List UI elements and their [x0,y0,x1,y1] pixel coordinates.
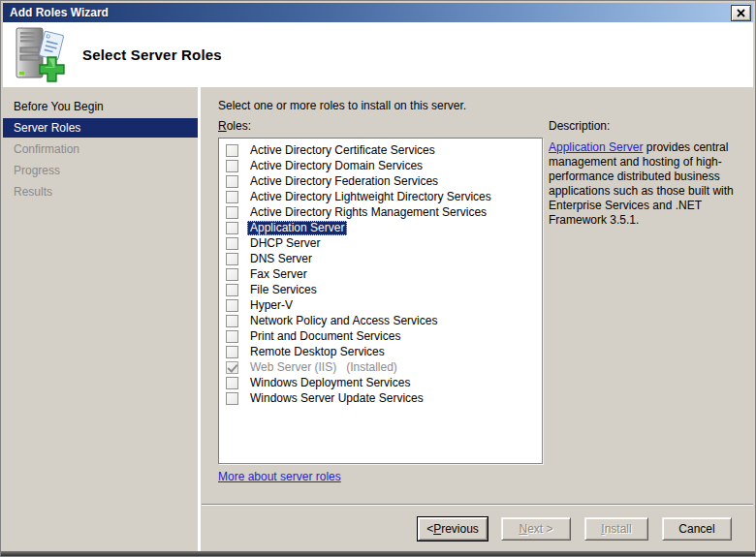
role-label: Active Directory Domain Services [247,159,425,173]
checkbox-active-directory-rights-management-services[interactable] [226,206,238,219]
role-row-remote-desktop-services[interactable]: Remote Desktop Services [219,344,542,359]
role-row-print-and-document-services[interactable]: Print and Document Services [219,328,542,344]
role-row-web-server-iis[interactable]: Web Server (IIS)(Installed) [219,359,542,375]
checkbox-application-server[interactable] [226,222,238,234]
add-roles-wizard-window: Add Roles Wizard [0,0,756,557]
role-label: Application Server [247,221,347,235]
role-row-active-directory-federation-services[interactable]: Active Directory Federation Services [219,173,542,189]
previous-button[interactable]: < Previous [418,517,488,541]
application-server-link[interactable]: Application Server [549,140,643,154]
button-label-prefix: < [426,522,433,536]
role-label: Active Directory Federation Services [247,174,441,189]
roles-label-accesskey: R [218,119,227,133]
role-row-active-directory-domain-services[interactable]: Active Directory Domain Services [219,158,542,173]
role-row-file-services[interactable]: File Services [219,282,542,297]
instruction-text: Select one or more roles to install on t… [218,99,466,112]
buttons-separator [202,504,753,506]
checkbox-active-directory-lightweight-directory-services[interactable] [226,191,238,203]
wizard-header: Select Server Roles [3,22,753,87]
role-label: Windows Server Update Services [247,391,426,406]
close-button[interactable] [731,5,751,21]
role-row-windows-server-update-services[interactable]: Windows Server Update Services [219,390,542,406]
button-accesskey: P [433,522,441,536]
role-label: File Services [247,283,320,297]
checkbox-active-directory-federation-services[interactable] [226,175,238,188]
checkbox-dhcp-server[interactable] [226,237,238,250]
description-body: Application Server provides central mana… [549,140,756,228]
role-label: Active Directory Certificate Services [247,143,438,158]
role-row-dns-server[interactable]: DNS Server [219,251,542,266]
button-label: Cancel [678,522,714,536]
description-panel: Description: Application Server provides… [549,119,756,228]
role-label: Web Server (IIS) [247,360,339,375]
role-label: Active Directory Lightweight Directory S… [247,190,494,204]
wizard-steps-sidebar: Before You BeginServer RolesConfirmation… [3,87,198,551]
role-row-active-directory-rights-management-services[interactable]: Active Directory Rights Management Servi… [219,204,542,220]
sidebar-item-results[interactable]: Results [3,182,198,201]
next-button[interactable]: Next > [501,517,571,541]
role-label: Network Policy and Access Services [247,314,440,328]
sidebar-item-confirmation[interactable]: Confirmation [3,139,198,159]
page-title: Select Server Roles [82,46,222,63]
role-row-network-policy-and-access-services[interactable]: Network Policy and Access Services [219,313,542,328]
role-label: Active Directory Rights Management Servi… [247,205,489,220]
button-label: revious [441,522,479,536]
checkbox-dns-server[interactable] [226,253,238,265]
checkbox-remote-desktop-services[interactable] [226,346,238,358]
role-row-active-directory-lightweight-directory-services[interactable]: Active Directory Lightweight Directory S… [219,189,542,204]
cancel-button[interactable]: Cancel [662,517,732,541]
role-row-fax-server[interactable]: Fax Server [219,266,542,282]
roles-listbox: Active Directory Certificate ServicesAct… [218,138,543,464]
role-row-hyper-v[interactable]: Hyper-V [219,297,542,313]
role-label: Remote Desktop Services [247,345,388,359]
button-row: < PreviousNext >InstallCancel [201,516,753,542]
wizard-body: Before You BeginServer RolesConfirmation… [3,87,753,551]
role-label: DNS Server [247,252,315,266]
checkbox-windows-server-update-services[interactable] [226,392,238,405]
main-panel: Select one or more roles to install on t… [201,87,753,551]
button-label: ext > [527,522,552,536]
description-heading: Description: [549,119,756,134]
role-label: Windows Deployment Services [247,376,413,390]
checkbox-print-and-document-services[interactable] [226,330,238,343]
role-installed-note: (Installed) [346,360,397,374]
sidebar-item-server-roles[interactable]: Server Roles [3,118,198,138]
title-bar[interactable]: Add Roles Wizard [3,3,753,22]
checkbox-active-directory-certificate-services[interactable] [226,144,238,157]
role-label: DHCP Server [247,236,323,251]
role-row-active-directory-certificate-services[interactable]: Active Directory Certificate Services [219,142,542,158]
checkbox-hyper-v[interactable] [226,299,238,312]
sidebar-item-before-you-begin[interactable]: Before You Begin [3,97,198,116]
role-row-application-server[interactable]: Application Server [219,220,542,235]
add-server-role-icon [12,26,68,84]
sidebar-item-progress[interactable]: Progress [3,161,198,180]
role-label: Fax Server [247,267,310,282]
roles-label-rest: oles: [227,119,251,133]
more-about-server-roles-link[interactable]: More about server roles [218,470,341,483]
role-label: Print and Document Services [247,329,403,344]
checkbox-active-directory-domain-services[interactable] [226,160,238,172]
checkbox-network-policy-and-access-services[interactable] [226,315,238,327]
role-row-windows-deployment-services[interactable]: Windows Deployment Services [219,375,542,390]
checkbox-file-services[interactable] [226,284,238,296]
window-title: Add Roles Wizard [10,6,109,19]
checked-checkbox-web-server-iis[interactable] [226,361,238,374]
close-icon [737,9,745,17]
role-row-dhcp-server[interactable]: DHCP Server [219,235,542,251]
install-button[interactable]: Install [584,517,648,541]
checkbox-fax-server[interactable] [226,268,238,281]
checkbox-windows-deployment-services[interactable] [226,377,238,389]
button-label: nstall [605,522,632,536]
button-accesskey: N [519,522,527,536]
role-label: Hyper-V [247,298,296,313]
roles-listbox-label: Roles: [218,119,251,133]
